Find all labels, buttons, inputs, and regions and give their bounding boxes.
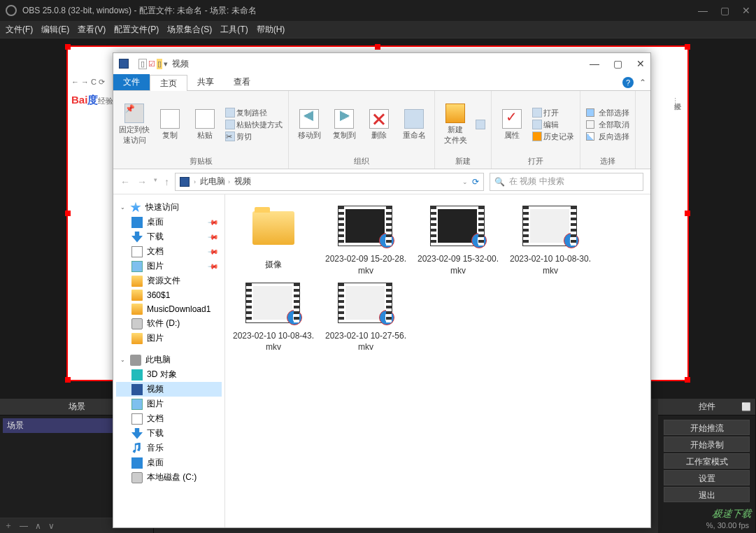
sidebar-quick-access[interactable]: ⌄快速访问 [116, 200, 222, 215]
remove-scene-button[interactable]: — [20, 521, 28, 531]
refresh-button[interactable]: ⟳ [472, 177, 479, 187]
copy-to-button[interactable]: 复制到 [329, 109, 359, 141]
video-item[interactable]: 2023-02-10 10-27-56.mkv [324, 283, 407, 354]
menu-tools[interactable]: 工具(T) [220, 24, 248, 36]
collapse-ribbon-icon[interactable]: ⌃ [639, 78, 646, 87]
sidebar-downloads2[interactable]: 下载 [116, 426, 222, 441]
scene-up-button[interactable]: ∧ [35, 521, 41, 531]
start-record-button[interactable]: 开始录制 [664, 436, 750, 452]
new-item-button[interactable] [476, 120, 485, 129]
video-item[interactable]: 2023-02-10 10-08-43.mkv [232, 283, 315, 354]
sidebar-desktop2[interactable]: 桌面 [116, 455, 222, 470]
tab-view[interactable]: 查看 [224, 74, 260, 90]
add-scene-button[interactable]: ＋ [4, 520, 13, 532]
paste-shortcut-button[interactable]: 粘贴快捷方式 [225, 120, 283, 130]
start-stream-button[interactable]: 开始推流 [664, 420, 750, 435]
ribbon: 📌固定到快 速访问 复制 粘贴 复制路径 粘贴快捷方式 ✂剪切 剪贴板 移动到 … [113, 91, 650, 169]
obs-title-bar: OBS 25.0.8 (32-bit, windows) - 配置文件: 未命名… [0, 0, 756, 21]
close-button[interactable]: ✕ [742, 5, 750, 16]
sidebar-this-pc[interactable]: ⌄此电脑 [116, 353, 222, 367]
sidebar-documents[interactable]: 文档📌 [116, 244, 222, 259]
video-item[interactable]: 2023-02-10 10-08-30.mkv [509, 206, 592, 277]
sidebar-music[interactable]: 音乐 [116, 441, 222, 455]
select-all-button[interactable]: 全部选择 [586, 108, 629, 118]
menu-help[interactable]: 帮助(H) [257, 24, 285, 36]
qat-item[interactable]: ▯ [138, 59, 147, 69]
sidebar-360[interactable]: 360$1 [116, 288, 222, 302]
qat-dropdown[interactable]: ▾ [164, 59, 168, 69]
menu-view[interactable]: 查看(V) [78, 24, 106, 36]
select-none-button[interactable]: 全部取消 [586, 120, 629, 130]
exp-close-button[interactable]: ✕ [636, 58, 645, 69]
pin-quick-access-button[interactable]: 📌固定到快 速访问 [119, 104, 150, 145]
scenes-title: 场景 [69, 401, 85, 413]
exit-button[interactable]: 退出 [664, 487, 750, 502]
obs-title: OBS 25.0.8 (32-bit, windows) - 配置文件: 未命名… [22, 5, 698, 17]
video-item[interactable]: 2023-02-09 15-32-00.mkv [417, 206, 499, 277]
sidebar-musicdl[interactable]: MusicDownload1 [116, 302, 222, 316]
location-icon [180, 177, 190, 187]
paste-button[interactable]: 粘贴 [190, 109, 220, 141]
sidebar-local-c[interactable]: 本地磁盘 (C:) [116, 470, 222, 485]
menu-scenes[interactable]: 场景集合(S) [167, 24, 212, 36]
search-input[interactable]: 🔍 在 视频 中搜索 [490, 173, 643, 191]
nav-up-button[interactable]: ↑ [164, 176, 169, 187]
nav-recent-dropdown[interactable]: ▾ [154, 176, 157, 187]
play-icon [287, 310, 302, 325]
exp-minimize-button[interactable]: — [590, 58, 599, 69]
sidebar-videos[interactable]: 视频 [116, 382, 222, 397]
sidebar-pictures3[interactable]: 图片 [116, 397, 222, 411]
copy-button[interactable]: 复制 [155, 109, 185, 141]
qat-item[interactable]: ☑ [148, 59, 155, 69]
address-bar[interactable]: › 此电脑› 视频 ⌄ ⟳ [175, 173, 484, 191]
nav-back-button[interactable]: ← [120, 176, 130, 187]
video-item[interactable]: 2023-02-09 15-20-28.mkv [324, 206, 407, 277]
menu-file[interactable]: 文件(F) [6, 24, 33, 36]
scene-down-button[interactable]: ∨ [48, 521, 55, 531]
explorer-title-bar[interactable]: ▯ ☑ ▯ ▾ 视频 — ▢ ✕ [113, 53, 650, 74]
folder-item[interactable]: 摄像 [232, 206, 315, 277]
help-icon[interactable]: ? [622, 77, 634, 88]
sidebar-pictures2[interactable]: 图片 [116, 331, 222, 346]
menu-edit[interactable]: 编辑(E) [41, 24, 69, 36]
move-to-button[interactable]: 移动到 [294, 109, 324, 141]
new-folder-button[interactable]: 新建 文件夹 [441, 104, 470, 145]
sidebar-downloads[interactable]: 下载📌 [116, 229, 222, 244]
explorer-window: ▯ ☑ ▯ ▾ 视频 — ▢ ✕ 文件 主页 共享 查看 ? ⌃ 📌固定到快 速… [113, 52, 651, 528]
sidebar-pictures[interactable]: 图片📌 [116, 259, 222, 273]
settings-button[interactable]: 设置 [664, 470, 750, 485]
breadcrumb-videos[interactable]: 视频 [234, 176, 251, 187]
tab-share[interactable]: 共享 [187, 74, 224, 90]
studio-mode-button[interactable]: 工作室模式 [664, 453, 750, 469]
history-button[interactable]: 历史记录 [532, 132, 574, 142]
rename-button[interactable]: 重命名 [399, 109, 429, 141]
invert-selection-button[interactable]: 反向选择 [586, 132, 629, 142]
tab-file[interactable]: 文件 [113, 74, 150, 90]
exp-maximize-button[interactable]: ▢ [613, 58, 622, 69]
properties-button[interactable]: 属性 [497, 109, 527, 141]
menu-profile[interactable]: 配置文件(P) [114, 24, 159, 36]
dock-popout-icon[interactable]: ⬜ [741, 402, 751, 411]
cut-button[interactable]: ✂剪切 [225, 132, 283, 142]
tab-home[interactable]: 主页 [150, 75, 187, 91]
nav-forward-button[interactable]: → [137, 176, 147, 187]
window-icon [119, 59, 129, 69]
sidebar-documents2[interactable]: 文档 [116, 411, 222, 426]
play-icon [564, 233, 579, 248]
sidebar-resources[interactable]: 资源文件 [116, 273, 222, 288]
breadcrumb-pc[interactable]: 此电脑› [200, 176, 230, 187]
navigation-sidebar: ⌄快速访问 桌面📌 下载📌 文档📌 图片📌 资源文件 360$1 MusicDo… [113, 194, 225, 527]
item-label: 2023-02-09 15-32-00.mkv [417, 253, 499, 277]
delete-button[interactable]: 删除 [364, 109, 394, 141]
copy-path-button[interactable]: 复制路径 [225, 108, 283, 118]
maximize-button[interactable]: ▢ [720, 5, 729, 16]
play-icon [379, 233, 394, 248]
qat-item[interactable]: ▯ [157, 59, 162, 69]
file-list[interactable]: 摄像2023-02-09 15-20-28.mkv2023-02-09 15-3… [225, 194, 650, 527]
edit-button[interactable]: 编辑 [532, 120, 574, 130]
sidebar-drive-d[interactable]: 软件 (D:) [116, 316, 222, 331]
open-button[interactable]: 打开 [532, 108, 574, 118]
sidebar-3d-objects[interactable]: 3D 对象 [116, 367, 222, 382]
minimize-button[interactable]: — [698, 5, 708, 16]
sidebar-desktop[interactable]: 桌面📌 [116, 215, 222, 229]
